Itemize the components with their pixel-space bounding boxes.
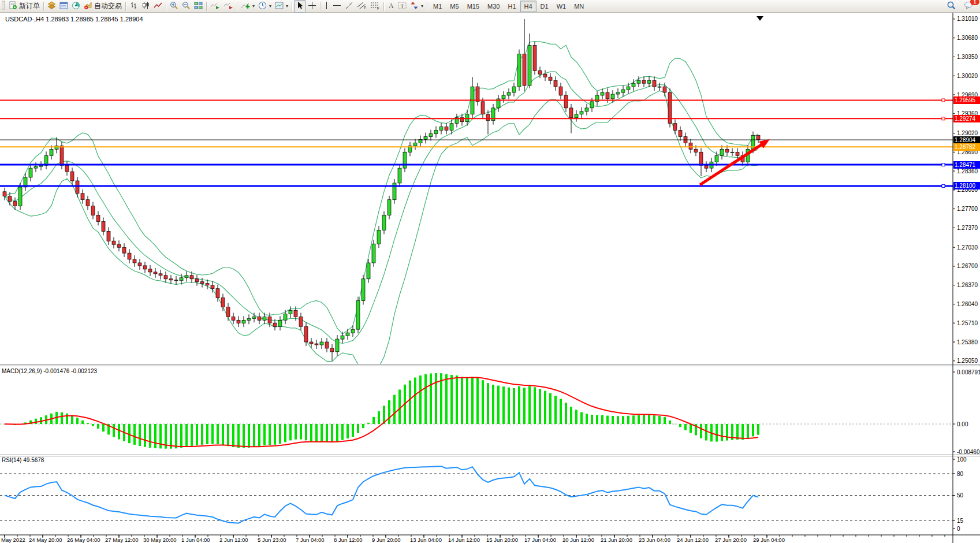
macd-histogram-bar xyxy=(502,386,505,424)
bollinger-bands xyxy=(5,42,758,376)
timeframe-d1[interactable]: D1 xyxy=(536,1,553,12)
navigator-button[interactable] xyxy=(70,1,82,12)
macd-histogram-bar xyxy=(269,424,271,445)
horizontal-line-button[interactable] xyxy=(331,1,343,12)
timeframe-m1[interactable]: M1 xyxy=(429,1,446,12)
macd-histogram-bar xyxy=(217,424,219,444)
candle xyxy=(174,280,178,281)
indicators-button[interactable]: ▾ xyxy=(239,1,256,12)
time-axis-tick-label: 14 Jun 12:00 xyxy=(448,537,480,543)
macd-histogram-bar xyxy=(658,416,661,424)
candle xyxy=(658,87,661,87)
fibonacci-button[interactable]: F xyxy=(368,1,382,12)
arrow-shapes-button[interactable]: ▾ xyxy=(408,1,425,12)
candle xyxy=(554,80,557,87)
candle xyxy=(330,348,334,352)
text-button[interactable]: A xyxy=(386,1,396,12)
data-window-button[interactable] xyxy=(58,1,70,12)
macd-histogram-bar xyxy=(185,424,188,447)
trendline-button[interactable] xyxy=(343,1,355,12)
chevron-down-icon[interactable]: ▾ xyxy=(421,3,423,9)
line-price-tag: 1.29595 xyxy=(953,96,980,104)
macd-histogram-bar xyxy=(523,388,526,424)
candle xyxy=(356,301,360,330)
crosshair-button[interactable] xyxy=(306,1,318,12)
cursor-button[interactable] xyxy=(294,0,306,13)
line-handle[interactable] xyxy=(942,117,945,120)
candle xyxy=(34,166,38,168)
macd-histogram-bar xyxy=(191,424,193,446)
vertical-line-button[interactable] xyxy=(322,1,331,12)
macd-histogram-bar xyxy=(601,415,603,424)
notification-badge[interactable]: 1 xyxy=(970,0,979,5)
new-order-button[interactable]: 新订单 xyxy=(7,1,42,12)
timeframe-h1[interactable]: H1 xyxy=(504,1,520,12)
candle xyxy=(299,317,303,326)
line-handle[interactable] xyxy=(942,163,945,166)
candle xyxy=(377,230,381,244)
candle xyxy=(107,231,110,241)
price-axis-tick-label: 1.25380 xyxy=(957,339,978,345)
bar-chart-icon xyxy=(129,1,138,12)
tile-windows-button[interactable] xyxy=(192,1,204,12)
timeframe-m5[interactable]: M5 xyxy=(446,1,463,12)
candle xyxy=(699,152,703,165)
macd-histogram-bar xyxy=(565,403,567,424)
chart-shift-button[interactable] xyxy=(222,1,235,12)
macd-histogram-bar xyxy=(757,424,759,435)
text-label-button[interactable]: T xyxy=(396,1,408,12)
zoom-out-button[interactable] xyxy=(180,1,192,12)
macd-histogram-bar xyxy=(315,424,318,442)
auto-scroll-button[interactable] xyxy=(208,1,222,12)
chevron-down-icon[interactable]: ▾ xyxy=(269,3,271,9)
equidistant-channel-button[interactable]: E xyxy=(355,1,368,12)
candle xyxy=(413,143,417,146)
chart-canvas[interactable]: 1.310101.306801.303501.300201.296901.293… xyxy=(0,13,980,543)
candle xyxy=(445,127,448,131)
line-handle[interactable] xyxy=(942,184,945,187)
candle xyxy=(325,342,329,348)
search-button[interactable] xyxy=(945,1,957,12)
timeframe-h4[interactable]: H4 xyxy=(520,1,536,12)
timeframe-w1[interactable]: W1 xyxy=(553,1,571,12)
candlestick-chart-button[interactable] xyxy=(140,1,152,12)
macd-axis-tick-label: 0.00 xyxy=(957,421,968,427)
candle xyxy=(65,165,69,172)
timeframe-mn[interactable]: MN xyxy=(570,1,588,12)
macd-histogram-bar xyxy=(133,424,136,445)
macd-histogram-bar xyxy=(518,386,520,425)
candle xyxy=(8,196,12,202)
line-chart-button[interactable] xyxy=(152,1,164,12)
window-sliver-button[interactable] xyxy=(0,1,7,12)
auto-trading-button[interactable]: 自动交易 xyxy=(82,1,124,12)
timeframe-m15[interactable]: M15 xyxy=(463,1,483,12)
candle xyxy=(606,92,609,99)
chevron-down-icon[interactable]: ▾ xyxy=(252,3,255,9)
price-axis-tick-label: 1.25710 xyxy=(957,320,978,326)
price-axis-tick-label: 1.26040 xyxy=(957,301,978,307)
templates-button[interactable]: ▾ xyxy=(273,1,290,12)
macd-histogram-bar xyxy=(149,424,151,448)
candle xyxy=(268,317,271,323)
bar-chart-button[interactable] xyxy=(128,1,140,12)
market-watch-button[interactable] xyxy=(46,1,58,12)
macd-histogram-bar xyxy=(554,396,557,424)
macd-histogram-bar xyxy=(336,424,338,441)
line-price-tag: 1.28100 xyxy=(953,182,980,189)
macd-histogram-bar xyxy=(726,424,728,441)
timeframe-m30[interactable]: M30 xyxy=(483,1,504,12)
zoom-in-button[interactable] xyxy=(168,1,180,12)
candle xyxy=(362,279,365,301)
toolbar: 新订单自动交易▾▾▾EFAT▾M1M5M15M30H1H4D1W1MN1 xyxy=(0,0,980,13)
macd-histogram-bar xyxy=(248,424,250,448)
periods-button[interactable]: ▾ xyxy=(256,1,273,12)
line-handle[interactable] xyxy=(942,99,945,102)
chevron-down-icon[interactable]: ▾ xyxy=(286,3,288,9)
candle xyxy=(232,317,235,320)
macd-histogram-bar xyxy=(66,414,68,424)
candle xyxy=(185,276,188,278)
chart-shift-marker[interactable] xyxy=(757,16,763,21)
macd-histogram-bar xyxy=(643,415,645,425)
macd-histogram-bar xyxy=(180,424,182,448)
macd-histogram-bar xyxy=(175,424,177,448)
